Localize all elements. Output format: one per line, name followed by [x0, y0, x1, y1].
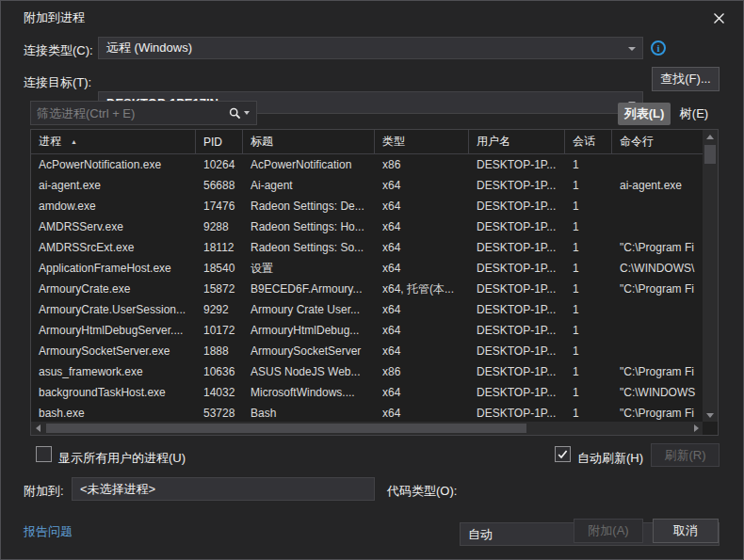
- table-cell: 18112: [196, 237, 243, 258]
- search-input[interactable]: [31, 106, 229, 120]
- table-cell: 17476: [196, 196, 243, 216]
- table-cell: 1: [565, 403, 612, 424]
- code-type-label: 代码类型(O):: [387, 483, 457, 500]
- table-cell: DESKTOP-1P...: [469, 216, 565, 237]
- table-row[interactable]: asus_framework.exe10636ASUS NodeJS Web..…: [31, 361, 703, 382]
- header-username[interactable]: 用户名: [469, 130, 565, 153]
- scroll-down-icon[interactable]: [703, 408, 718, 422]
- table-cell: 设置: [243, 258, 375, 279]
- table-cell: ArmouryHtmlDebugServer....: [31, 320, 196, 341]
- table-cell: 1: [565, 237, 612, 258]
- table-cell: AcPowerNotification.exe: [31, 154, 196, 175]
- table-cell: DESKTOP-1P...: [469, 237, 565, 258]
- table-cell: x64: [375, 196, 469, 216]
- horizontal-scrollbar[interactable]: [31, 422, 703, 435]
- connection-type-value: 远程 (Windows): [106, 40, 192, 56]
- header-commandline[interactable]: 命令行: [612, 130, 703, 153]
- table-row[interactable]: ApplicationFrameHost.exe18540设置x64DESKTO…: [31, 258, 703, 279]
- table-row[interactable]: ai-agent.exe56688Ai-agentx64DESKTOP-1P..…: [31, 175, 703, 196]
- table-row[interactable]: ArmouryCrate.UserSession...9292Armoury C…: [31, 299, 703, 320]
- table-cell: 1: [565, 341, 612, 361]
- table-row[interactable]: amdow.exe17476Radeon Settings: De...x64D…: [31, 196, 703, 216]
- scroll-right-icon[interactable]: [689, 422, 703, 435]
- horizontal-scrollbar-thumb[interactable]: [46, 424, 526, 433]
- table-cell: 18540: [196, 258, 243, 279]
- table-cell: 1: [565, 196, 612, 216]
- chevron-down-icon[interactable]: [244, 111, 250, 115]
- table-cell: amdow.exe: [31, 196, 196, 216]
- table-row[interactable]: AMDRSServ.exe9288Radeon Settings: Ho...x…: [31, 216, 703, 237]
- vertical-scrollbar-thumb[interactable]: [704, 145, 716, 164]
- attach-to-value: <未选择进程>: [80, 481, 155, 498]
- table-cell: x64: [375, 237, 469, 258]
- header-title[interactable]: 标题: [243, 130, 375, 153]
- table-row[interactable]: backgroundTaskHost.exe14032MicrosoftWind…: [31, 382, 703, 403]
- close-icon[interactable]: [709, 8, 728, 27]
- table-row[interactable]: ArmouryCrate.exe15872B9ECED6F.Armoury...…: [31, 279, 703, 299]
- table-cell: AMDRSSrcExt.exe: [31, 237, 196, 258]
- auto-refresh-label: 自动刷新(H): [577, 450, 643, 467]
- table-cell: x64: [375, 175, 469, 196]
- scroll-left-icon[interactable]: [31, 422, 44, 435]
- table-cell: ArmourySocketServer.exe: [31, 341, 196, 361]
- table-row[interactable]: bash.exe53728Bashx64DESKTOP-1P...1"C:\Pr…: [31, 403, 703, 424]
- table-cell: x64: [375, 258, 469, 279]
- table-cell: DESKTOP-1P...: [469, 279, 565, 299]
- table-cell: Ai-agent: [243, 175, 375, 196]
- table-cell: 1: [565, 299, 612, 320]
- table-cell: DESKTOP-1P...: [469, 361, 565, 382]
- table-cell: DESKTOP-1P...: [469, 382, 565, 403]
- table-cell: ArmouryCrate.exe: [31, 279, 196, 299]
- table-cell: "C:\Program Fi: [612, 279, 703, 299]
- attach-button[interactable]: 附加(A): [574, 519, 643, 543]
- table-cell: 15872: [196, 279, 243, 299]
- table-cell: x64: [375, 382, 469, 403]
- table-cell: Radeon Settings: So...: [243, 237, 375, 258]
- table-cell: DESKTOP-1P...: [469, 196, 565, 216]
- table-cell: 14032: [196, 382, 243, 403]
- auto-refresh-checkbox[interactable]: [555, 446, 571, 462]
- header-process[interactable]: 进程 ▲: [31, 130, 196, 153]
- header-session[interactable]: 会话: [565, 130, 612, 153]
- table-cell: AcPowerNotification: [243, 154, 375, 175]
- table-cell: C:\WINDOWS\: [612, 258, 703, 279]
- connection-type-combobox[interactable]: 远程 (Windows): [98, 37, 643, 59]
- table-cell: x64: [375, 341, 469, 361]
- table-cell: 1: [565, 175, 612, 196]
- table-cell: 1888: [196, 341, 243, 361]
- connection-target-label: 连接目标(T):: [24, 74, 91, 91]
- view-tree-button[interactable]: 树(E): [673, 103, 715, 125]
- table-cell: 1: [565, 258, 612, 279]
- table-cell: DESKTOP-1P...: [469, 320, 565, 341]
- table-cell: 1: [565, 361, 612, 382]
- table-row[interactable]: AcPowerNotification.exe10264AcPowerNotif…: [31, 154, 703, 175]
- view-list-button[interactable]: 列表(L): [618, 103, 671, 125]
- table-cell: Radeon Settings: Ho...: [243, 216, 375, 237]
- table-cell: x86: [375, 361, 469, 382]
- table-row[interactable]: AMDRSSrcExt.exe18112Radeon Settings: So.…: [31, 237, 703, 258]
- header-pid[interactable]: PID: [196, 130, 243, 153]
- find-button[interactable]: 查找(F)...: [652, 67, 720, 91]
- header-type[interactable]: 类型: [375, 130, 469, 153]
- scroll-up-icon[interactable]: [703, 130, 718, 143]
- table-cell: Radeon Settings: De...: [243, 196, 375, 216]
- info-icon[interactable]: i: [651, 40, 666, 56]
- report-problem-link[interactable]: 报告问题: [24, 523, 73, 540]
- refresh-button[interactable]: 刷新(R): [651, 443, 720, 467]
- table-cell: 10264: [196, 154, 243, 175]
- filter-process-searchbox[interactable]: [30, 101, 257, 125]
- check-icon: [558, 450, 568, 459]
- table-cell: DESKTOP-1P...: [469, 258, 565, 279]
- show-all-users-checkbox[interactable]: [36, 446, 52, 462]
- table-cell: backgroundTaskHost.exe: [31, 382, 196, 403]
- table-cell: 9292: [196, 299, 243, 320]
- table-cell: ai-agent.exe: [612, 175, 703, 196]
- cancel-button[interactable]: 取消: [653, 519, 719, 543]
- table-cell: "C:\Program Fi: [612, 403, 703, 424]
- attach-to-field[interactable]: <未选择进程>: [72, 477, 375, 501]
- table-row[interactable]: ArmouryHtmlDebugServer....10172ArmouryHt…: [31, 320, 703, 341]
- table-body: AcPowerNotification.exe10264AcPowerNotif…: [31, 154, 703, 424]
- vertical-scrollbar[interactable]: [703, 130, 718, 422]
- table-row[interactable]: ArmourySocketServer.exe1888ArmourySocket…: [31, 341, 703, 361]
- search-icon[interactable]: [229, 107, 241, 120]
